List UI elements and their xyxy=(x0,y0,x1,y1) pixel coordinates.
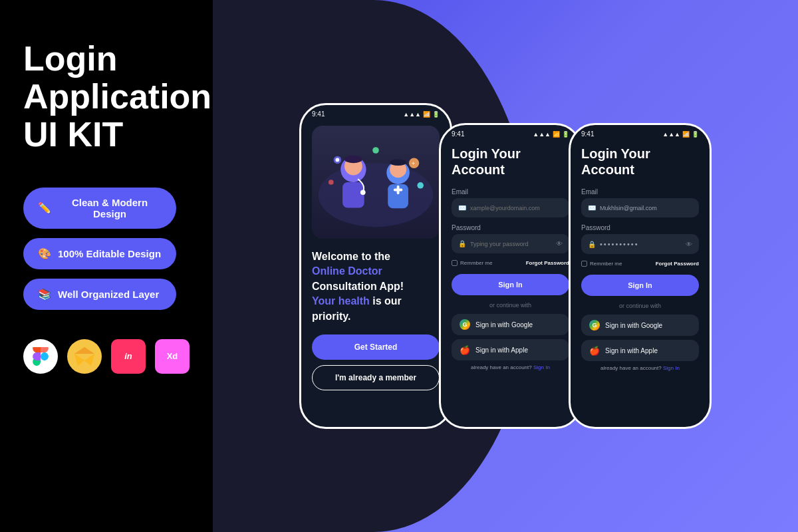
welcome-highlight: Online Doctor xyxy=(312,265,382,277)
status-icons-3: ▲▲▲ 📶 🔋 xyxy=(662,131,699,138)
svg-point-13 xyxy=(336,158,340,162)
welcome-text-1: Welcome to the xyxy=(312,251,390,262)
svg-rect-2 xyxy=(342,182,364,207)
feature-clean-label: Clean & Modern Design xyxy=(58,197,162,219)
password-input-2[interactable]: 🔒 👁 xyxy=(452,234,569,253)
apple-btn-3[interactable]: 🍎 Sign in with Apple xyxy=(581,340,699,361)
welcome-highlight-2: Your health xyxy=(312,295,370,307)
xd-icon: Xd xyxy=(155,339,190,374)
phone-2-content: Login Your Account Email ✉️ Password 🔒 👁… xyxy=(441,140,580,419)
main-title: Login Application UI KIT xyxy=(23,40,190,154)
email-icon-2: ✉️ xyxy=(458,204,466,211)
welcome-text-2: Consultation App! xyxy=(312,281,404,292)
email-field-2[interactable] xyxy=(470,205,563,211)
figma-icon xyxy=(23,339,58,374)
google-icon-3: G xyxy=(589,320,600,331)
welcome-illustration: + xyxy=(312,126,440,239)
email-label-3: Email xyxy=(581,188,699,196)
email-value-3: Mukhlsin@gmail.com xyxy=(600,205,692,211)
organized-layer-icon: 📚 xyxy=(38,288,51,301)
lock-icon-3: 🔒 xyxy=(588,241,596,248)
already-text-3: already have an account? Sign In xyxy=(581,365,699,371)
remember-checkbox-3[interactable] xyxy=(581,261,587,267)
editable-design-icon: 🎨 xyxy=(38,247,51,260)
remember-label-3[interactable]: Remmber me xyxy=(581,261,622,267)
feature-organized-layer[interactable]: 📚 Well Organized Layer xyxy=(23,279,176,310)
member-button[interactable]: I'm already a member xyxy=(312,365,440,390)
eye-icon-3[interactable]: 👁 xyxy=(686,241,692,248)
password-label-3: Password xyxy=(581,224,699,231)
svg-point-16 xyxy=(372,147,379,154)
feature-organized-label: Well Organized Layer xyxy=(58,289,159,300)
remember-label-2[interactable]: Remmber me xyxy=(452,260,492,266)
tool-icons-row: in Xd xyxy=(23,339,190,374)
google-icon-2: G xyxy=(460,319,470,330)
indesign-icon: in xyxy=(111,339,146,374)
apple-icon-2: 🍎 xyxy=(460,344,470,355)
email-icon-3: ✉️ xyxy=(588,204,596,211)
password-label-2: Password xyxy=(452,224,569,231)
svg-point-5 xyxy=(360,190,366,196)
or-continue-2: or continue with xyxy=(452,302,569,309)
status-bar-3: 9:41 ▲▲▲ 📶 🔋 xyxy=(571,125,710,140)
svg-point-17 xyxy=(329,180,334,185)
right-panel: 9:41 ▲▲▲ 📶 🔋 xyxy=(213,0,798,532)
apple-icon-3: 🍎 xyxy=(589,345,600,356)
status-icons-2: ▲▲▲ 📶 🔋 xyxy=(533,131,569,138)
login-title-2: Login Your Account xyxy=(452,146,569,178)
sign-in-link-2[interactable]: Sign In xyxy=(533,364,550,370)
left-panel: Login Application UI KIT ✏️ Clean & Mode… xyxy=(0,0,213,532)
status-icons-1: ▲▲▲ 📶 🔋 xyxy=(403,111,440,118)
phone-welcome: 9:41 ▲▲▲ 📶 🔋 xyxy=(299,103,452,429)
svg-point-9 xyxy=(390,159,406,166)
login-title-3: Login Your Account xyxy=(581,146,699,178)
password-value-3: •••••••••• xyxy=(600,240,682,248)
phones-container: 9:41 ▲▲▲ 📶 🔋 xyxy=(299,103,712,429)
status-bar-2: 9:41 ▲▲▲ 📶 🔋 xyxy=(441,125,580,140)
google-btn-3[interactable]: G Sign in with Google xyxy=(581,315,699,336)
or-continue-3: or continue with xyxy=(581,303,699,309)
sign-in-btn-2[interactable]: Sign In xyxy=(452,274,569,295)
feature-editable-design[interactable]: 🎨 100% Editable Design xyxy=(23,238,176,269)
time-3: 9:41 xyxy=(581,130,594,138)
svg-rect-11 xyxy=(397,186,400,194)
email-input-2[interactable]: ✉️ xyxy=(452,198,569,217)
google-btn-2[interactable]: G Sign in with Google xyxy=(452,314,569,335)
forgot-password-3[interactable]: Forgot Password xyxy=(656,261,699,267)
password-input-3[interactable]: 🔒 •••••••••• 👁 xyxy=(581,234,699,254)
remember-row-3: Remmber me Forgot Password xyxy=(581,261,699,267)
forgot-password-2[interactable]: Forgot Password xyxy=(526,260,569,266)
phone-login-1: 9:41 ▲▲▲ 📶 🔋 Login Your Account Email ✉️… xyxy=(439,123,582,429)
password-field-2[interactable] xyxy=(470,241,552,247)
sign-in-link-3[interactable]: Sign In xyxy=(663,365,680,371)
eye-icon-2[interactable]: 👁 xyxy=(556,240,563,247)
sketch-icon xyxy=(67,339,102,374)
apple-btn-2[interactable]: 🍎 Sign in with Apple xyxy=(452,339,569,360)
email-input-3[interactable]: ✉️ Mukhlsin@gmail.com xyxy=(581,198,699,217)
phone-1-content: + Welcome to the Online Doctor Consultat… xyxy=(301,120,450,419)
email-label-2: Email xyxy=(452,188,569,196)
svg-point-18 xyxy=(417,182,424,189)
feature-editable-label: 100% Editable Design xyxy=(58,248,161,259)
remember-checkbox-2[interactable] xyxy=(452,260,458,266)
clean-design-icon: ✏️ xyxy=(38,201,51,214)
status-bar-1: 9:41 ▲▲▲ 📶 🔋 xyxy=(301,105,450,120)
phone-3-content: Login Your Account Email ✉️ Mukhlsin@gma… xyxy=(571,140,710,419)
welcome-text: Welcome to the Online Doctor Consultatio… xyxy=(312,249,440,324)
already-text-2: already have an account? Sign In xyxy=(452,364,569,370)
time-1: 9:41 xyxy=(312,110,325,118)
sign-in-btn-3[interactable]: Sign In xyxy=(581,275,699,296)
feature-clean-design[interactable]: ✏️ Clean & Modern Design xyxy=(23,188,176,229)
svg-point-4 xyxy=(344,156,362,164)
get-started-button[interactable]: Get Started xyxy=(312,334,440,360)
remember-row-2: Remmber me Forgot Password xyxy=(452,260,569,266)
phone-login-2: 9:41 ▲▲▲ 📶 🔋 Login Your Account Email ✉️… xyxy=(569,123,712,429)
svg-text:+: + xyxy=(412,160,416,167)
svg-point-0 xyxy=(319,163,434,227)
lock-icon-2: 🔒 xyxy=(458,240,466,247)
time-2: 9:41 xyxy=(452,130,464,138)
